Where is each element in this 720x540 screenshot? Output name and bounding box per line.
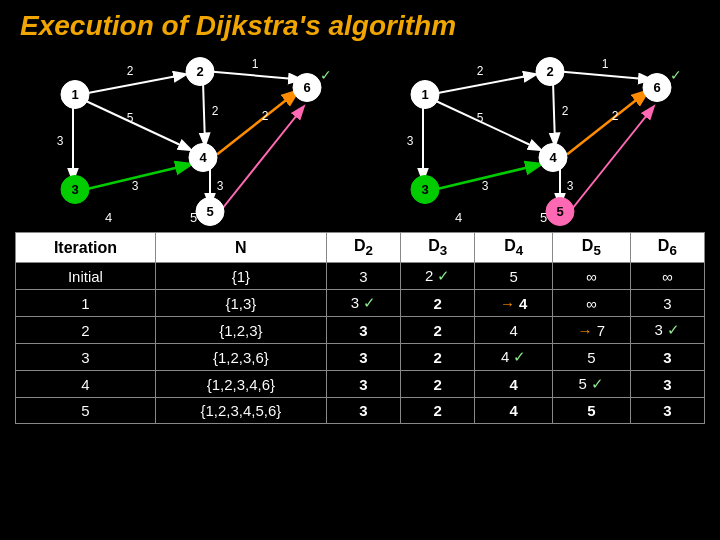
svg-text:4: 4	[455, 210, 462, 225]
svg-text:3: 3	[71, 182, 78, 197]
svg-line-48	[570, 108, 653, 212]
svg-text:4: 4	[199, 150, 207, 165]
svg-line-46	[567, 92, 647, 155]
svg-text:2: 2	[562, 104, 569, 118]
col-D2: D2	[326, 233, 400, 263]
svg-text:6: 6	[653, 80, 660, 95]
svg-line-14	[217, 92, 297, 155]
svg-text:5: 5	[206, 204, 213, 219]
table-row: Initial{1}32 ✓5∞∞	[16, 263, 705, 290]
table-row: 4{1,2,3,4,6}3245 ✓3	[16, 371, 705, 398]
svg-line-36	[437, 102, 540, 150]
svg-text:5: 5	[190, 210, 197, 225]
svg-text:3: 3	[132, 179, 139, 193]
algorithm-table: Iteration N D2 D3 D4 D5 D6 Initial{1}32 …	[15, 232, 705, 424]
svg-line-8	[210, 72, 300, 80]
svg-text:5: 5	[556, 204, 563, 219]
svg-text:2: 2	[612, 109, 619, 123]
svg-text:3: 3	[217, 179, 224, 193]
svg-line-40	[560, 72, 650, 80]
svg-text:3: 3	[407, 134, 414, 148]
table-row: 3{1,2,3,6}324 ✓53	[16, 344, 705, 371]
svg-text:5: 5	[477, 111, 484, 125]
svg-text:1: 1	[252, 57, 259, 71]
svg-text:✓: ✓	[320, 67, 332, 83]
svg-text:2: 2	[212, 104, 219, 118]
svg-line-16	[220, 108, 303, 212]
table-body: Initial{1}32 ✓5∞∞1{1,3}3 ✓2→ 4∞32{1,2,3}…	[16, 263, 705, 424]
col-D3: D3	[401, 233, 475, 263]
svg-text:3: 3	[567, 179, 574, 193]
table-row: 1{1,3}3 ✓2→ 4∞3	[16, 290, 705, 317]
svg-text:2: 2	[196, 64, 203, 79]
svg-text:3: 3	[57, 134, 64, 148]
col-D4: D4	[475, 233, 553, 263]
graph-left: 2 3 5 2 1 3 3 2	[35, 47, 335, 227]
col-D6: D6	[630, 233, 704, 263]
table-row: 2{1,2,3}324→ 73 ✓	[16, 317, 705, 344]
svg-text:3: 3	[421, 182, 428, 197]
svg-text:2: 2	[477, 64, 484, 78]
svg-text:2: 2	[127, 64, 134, 78]
svg-text:5: 5	[540, 210, 547, 225]
svg-line-0	[80, 75, 185, 95]
svg-text:1: 1	[71, 87, 78, 102]
col-iteration: Iteration	[16, 233, 156, 263]
graph-right: 2 3 5 2 1 3 3 2 1 2 3	[385, 47, 685, 227]
svg-text:2: 2	[262, 109, 269, 123]
svg-text:5: 5	[127, 111, 134, 125]
svg-text:4: 4	[549, 150, 557, 165]
svg-line-38	[553, 82, 555, 145]
col-D5: D5	[553, 233, 631, 263]
svg-text:2: 2	[546, 64, 553, 79]
svg-text:6: 6	[303, 80, 310, 95]
svg-line-6	[203, 82, 205, 145]
table-row: 5{1,2,3,4,5,6}32453	[16, 398, 705, 424]
svg-line-4	[87, 102, 190, 150]
svg-text:3: 3	[482, 179, 489, 193]
svg-text:✓: ✓	[670, 67, 682, 83]
col-N: N	[155, 233, 326, 263]
page-title: Execution of Dijkstra's algorithm	[0, 0, 720, 47]
graphs-area: 2 3 5 2 1 3 3 2	[0, 47, 720, 227]
svg-line-32	[430, 75, 535, 95]
svg-text:1: 1	[421, 87, 428, 102]
table-header: Iteration N D2 D3 D4 D5 D6	[16, 233, 705, 263]
svg-text:4: 4	[105, 210, 112, 225]
svg-text:1: 1	[602, 57, 609, 71]
